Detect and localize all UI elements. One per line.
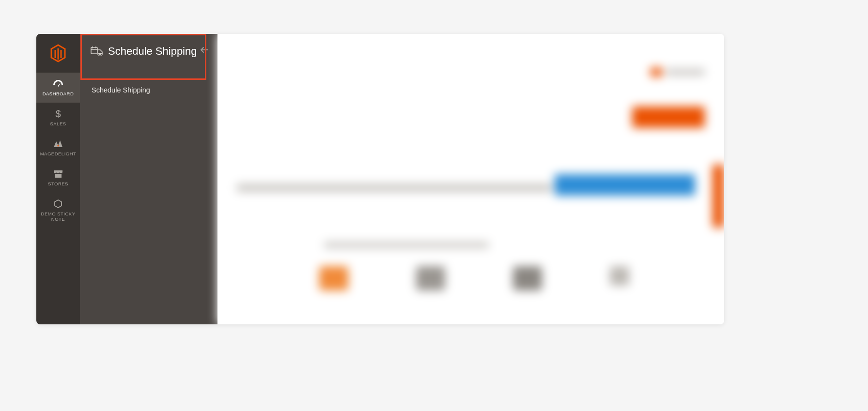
sidebar-item-label: STORES	[48, 181, 68, 187]
magento-logo-icon	[50, 44, 66, 62]
svg-point-6	[98, 53, 100, 55]
flyout-header: Schedule Shipping	[80, 34, 217, 68]
sidebar-item-label: DASHBOARD	[43, 91, 74, 97]
sidebar-item-sales[interactable]: $ SALES	[36, 103, 80, 133]
flyout-panel: Schedule Shipping Schedule Shipping	[80, 34, 217, 324]
magedelight-icon	[53, 138, 63, 149]
hexagon-icon	[53, 198, 63, 209]
magento-logo[interactable]	[36, 34, 80, 73]
sidebar-item-label: SALES	[50, 121, 66, 127]
back-arrow-icon[interactable]	[200, 46, 209, 53]
sidebar-item-magedelight[interactable]: MAGEDELIGHT	[36, 133, 80, 163]
dashboard-icon	[52, 78, 64, 89]
sidebar-item-stores[interactable]: STORES	[36, 163, 80, 193]
stores-icon	[53, 168, 63, 179]
svg-text:$: $	[55, 108, 61, 119]
sidebar-item-label: MAGEDELIGHT	[40, 151, 77, 157]
flyout-title: Schedule Shipping	[108, 44, 197, 59]
sidebar-item-demo-sticky-note[interactable]: DEMO STICKY NOTE	[36, 193, 80, 228]
schedule-shipping-icon	[91, 46, 103, 56]
sidebar-item-dashboard[interactable]: DASHBOARD	[36, 73, 80, 103]
svg-point-7	[100, 53, 102, 55]
dollar-icon: $	[55, 108, 62, 119]
svg-point-1	[57, 145, 59, 146]
admin-sidebar: DASHBOARD $ SALES MAGEDELIGHT STORES DEM…	[36, 34, 80, 324]
main-content-blurred	[217, 34, 724, 324]
svg-rect-2	[91, 47, 97, 54]
sidebar-item-label: DEMO STICKY NOTE	[37, 211, 79, 223]
app-window: DASHBOARD $ SALES MAGEDELIGHT STORES DEM…	[36, 34, 724, 324]
submenu-item-schedule-shipping[interactable]: Schedule Shipping	[80, 81, 217, 99]
